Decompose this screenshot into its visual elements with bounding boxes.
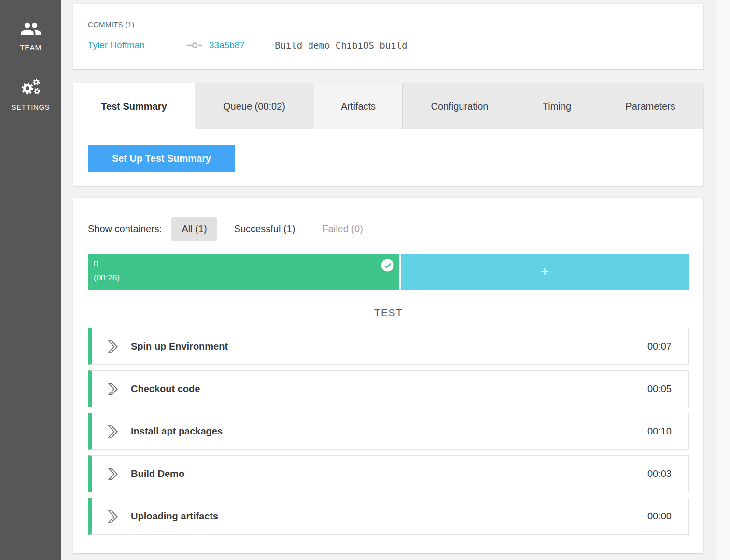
expand-chevron-icon[interactable] (107, 510, 119, 523)
sidebar-item-settings[interactable]: SETTINGS (12, 77, 50, 111)
step-row-uploading-artifacts[interactable]: Uploading artifacts 00:00 (88, 498, 689, 535)
tab-configuration[interactable]: Configuration (403, 83, 517, 129)
step-row-build-demo[interactable]: Build Demo 00:03 (88, 455, 689, 492)
divider-line (413, 313, 689, 313)
tab-bar: Test Summary Queue (00:02) Artifacts Con… (73, 83, 703, 129)
container-bars: 0 (00:26) + (88, 254, 689, 290)
step-name: Checkout code (131, 383, 647, 394)
commits-card: COMMITS (1) Tyler Hoffman 33a5b87 Build … (73, 4, 703, 69)
tab-timing[interactable]: Timing (517, 83, 597, 129)
test-summary-panel: Set Up Test Summary (73, 129, 703, 188)
containers-card: Show containers: All (1) Successful (1) … (73, 198, 703, 553)
sidebar-item-label: TEAM (20, 43, 41, 52)
tab-artifacts[interactable]: Artifacts (314, 83, 403, 129)
commit-icon (187, 42, 202, 49)
step-row-checkout-code[interactable]: Checkout code 00:05 (88, 370, 689, 407)
tab-test-summary[interactable]: Test Summary (73, 83, 195, 129)
settings-gears-icon (19, 77, 42, 98)
container-filter-row: Show containers: All (1) Successful (1) … (88, 217, 689, 241)
filter-successful[interactable]: Successful (1) (224, 217, 306, 241)
commits-header: COMMITS (1) (88, 20, 689, 28)
tab-parameters[interactable]: Parameters (597, 83, 703, 129)
step-duration: 00:07 (647, 341, 672, 352)
filter-failed[interactable]: Failed (0) (312, 217, 373, 241)
step-duration: 00:00 (647, 511, 672, 522)
expand-chevron-icon[interactable] (107, 425, 119, 438)
main-content: COMMITS (1) Tyler Hoffman 33a5b87 Build … (73, 0, 703, 553)
step-name: Spin up Environment (131, 341, 647, 352)
show-containers-label: Show containers: (88, 224, 162, 235)
test-section-divider: TEST (88, 307, 689, 319)
container-duration: (00:26) (94, 272, 393, 284)
add-container-button[interactable]: + (401, 254, 689, 290)
step-name: Install apt packages (131, 426, 647, 437)
plus-icon: + (541, 264, 549, 280)
step-list: Spin up Environment 00:07 Checkout code … (88, 328, 689, 535)
build-tabs-card: Test Summary Queue (00:02) Artifacts Con… (73, 83, 703, 186)
commit-row: Tyler Hoffman 33a5b87 Build demo ChibiOS… (88, 40, 689, 51)
sidebar-item-label: SETTINGS (12, 103, 50, 111)
filter-all[interactable]: All (1) (171, 217, 217, 241)
step-name: Uploading artifacts (131, 511, 647, 522)
sidebar: TEAM SETTINGS (0, 0, 61, 560)
expand-chevron-icon[interactable] (107, 467, 119, 481)
expand-chevron-icon[interactable] (107, 382, 119, 396)
team-people-icon (20, 17, 42, 39)
step-row-spin-up-environment[interactable]: Spin up Environment 00:07 (88, 328, 689, 365)
commit-message: Build demo ChibiOS build (275, 40, 407, 51)
expand-chevron-icon[interactable] (107, 340, 119, 353)
setup-test-summary-button[interactable]: Set Up Test Summary (88, 145, 235, 172)
success-check-icon (381, 259, 394, 274)
commit-hash-link[interactable]: 33a5b87 (209, 40, 275, 51)
test-section-title: TEST (364, 307, 414, 319)
step-name: Build Demo (131, 468, 647, 479)
container-0-bar[interactable]: 0 (00:26) (88, 254, 399, 290)
step-duration: 00:05 (647, 383, 672, 394)
scrollbar-track[interactable] (716, 0, 730, 560)
container-index: 0 (94, 258, 393, 270)
step-duration: 00:03 (647, 468, 672, 479)
divider-line (88, 313, 364, 313)
tab-queue[interactable]: Queue (00:02) (195, 83, 314, 129)
commit-author-link[interactable]: Tyler Hoffman (88, 40, 187, 51)
step-row-install-apt-packages[interactable]: Install apt packages 00:10 (88, 413, 689, 450)
step-duration: 00:10 (647, 426, 672, 437)
sidebar-item-team[interactable]: TEAM (20, 17, 42, 52)
